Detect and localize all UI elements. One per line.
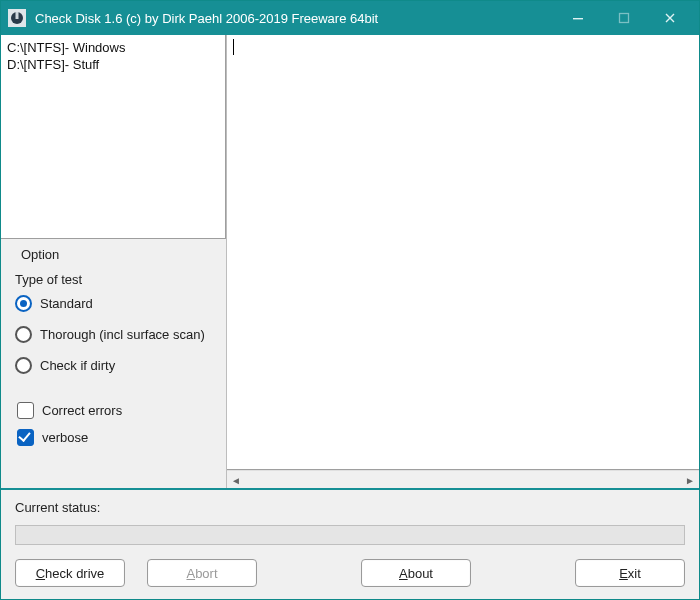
radio-label: Check if dirty: [40, 358, 115, 373]
horizontal-scrollbar[interactable]: ◄ ►: [227, 470, 699, 488]
checkbox-label: Correct errors: [42, 403, 122, 418]
radio-check-dirty[interactable]: Check if dirty: [15, 357, 212, 374]
scroll-right-icon[interactable]: ►: [681, 471, 699, 489]
scroll-left-icon[interactable]: ◄: [227, 471, 245, 489]
minimize-button[interactable]: [555, 1, 601, 35]
radio-thorough[interactable]: Thorough (incl surface scan): [15, 326, 212, 343]
check-verbose[interactable]: verbose: [17, 429, 216, 446]
group-legend: Type of test: [15, 272, 212, 287]
radio-label: Standard: [40, 296, 93, 311]
button-row: Check drive Abort About Exit: [15, 559, 685, 587]
app-icon: [7, 8, 27, 28]
drive-list[interactable]: C:\[NTFS]- Windows D:\[NTFS]- Stuff: [1, 35, 226, 239]
radio-icon: [15, 295, 32, 312]
status-label: Current status:: [15, 500, 685, 515]
close-button[interactable]: [647, 1, 693, 35]
abort-button[interactable]: Abort: [147, 559, 257, 587]
output-textarea[interactable]: [227, 35, 699, 470]
upper-panels: C:\[NTFS]- Windows D:\[NTFS]- Stuff Opti…: [1, 35, 699, 490]
checkbox-icon: [17, 402, 34, 419]
svg-rect-2: [16, 12, 19, 19]
output-panel: ◄ ►: [227, 35, 699, 488]
checkbox-group: Correct errors verbose: [11, 402, 216, 446]
window-title: Check Disk 1.6 (c) by Dirk Paehl 2006-20…: [35, 11, 378, 26]
drive-item[interactable]: D:\[NTFS]- Stuff: [7, 56, 219, 73]
svg-rect-4: [620, 14, 629, 23]
text-caret-icon: [233, 39, 234, 55]
checkbox-label: verbose: [42, 430, 88, 445]
app-window: Check Disk 1.6 (c) by Dirk Paehl 2006-20…: [0, 0, 700, 600]
check-correct-errors[interactable]: Correct errors: [17, 402, 216, 419]
client-area: C:\[NTFS]- Windows D:\[NTFS]- Stuff Opti…: [1, 35, 699, 599]
checkbox-icon: [17, 429, 34, 446]
options-heading: Option: [21, 247, 216, 262]
about-button[interactable]: About: [361, 559, 471, 587]
test-type-group: Type of test Standard Thorough (incl sur…: [11, 262, 216, 394]
title-bar[interactable]: Check Disk 1.6 (c) by Dirk Paehl 2006-20…: [1, 1, 699, 35]
radio-label: Thorough (incl surface scan): [40, 327, 205, 342]
drive-item[interactable]: C:\[NTFS]- Windows: [7, 39, 219, 56]
radio-icon: [15, 326, 32, 343]
options-panel: Option Type of test Standard Thorough (i…: [1, 239, 226, 488]
svg-rect-3: [573, 18, 583, 19]
left-column: C:\[NTFS]- Windows D:\[NTFS]- Stuff Opti…: [1, 35, 227, 488]
radio-icon: [15, 357, 32, 374]
maximize-button[interactable]: [601, 1, 647, 35]
status-field: [15, 525, 685, 545]
exit-button[interactable]: Exit: [575, 559, 685, 587]
check-drive-button[interactable]: Check drive: [15, 559, 125, 587]
status-area: Current status: Check drive Abort About …: [1, 490, 699, 599]
radio-standard[interactable]: Standard: [15, 295, 212, 312]
